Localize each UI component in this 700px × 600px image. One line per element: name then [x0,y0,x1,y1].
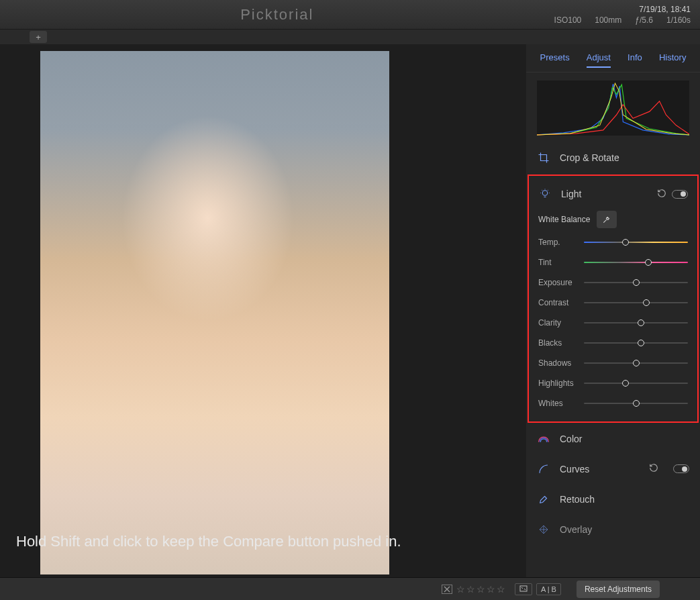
slider-thumb[interactable] [633,279,640,286]
svg-rect-1 [520,586,527,591]
slider-whites: Whites [538,393,688,413]
slider-track[interactable] [584,242,688,243]
section-toggle[interactable] [673,464,689,473]
star-icon[interactable]: ☆ [466,584,475,595]
grid-icon [537,524,550,535]
bottom-toolbar: ☆ ☆ ☆ ☆ ☆ A | B Reset Adjustments [0,577,700,600]
slider-label: Shadows [538,358,579,368]
star-icon[interactable]: ☆ [497,584,505,595]
reject-flag-button[interactable] [442,585,452,594]
reset-icon[interactable] [657,189,666,200]
curves-icon [537,464,550,474]
brush-icon [537,493,550,505]
svg-point-0 [542,191,548,196]
slider-thumb[interactable] [633,360,640,366]
lightbulb-icon [538,188,552,200]
section-label: Light [561,189,648,199]
section-label: Curves [560,464,640,474]
reset-icon[interactable] [649,463,658,474]
image-metadata: 7/19/18, 18:41 ISO100 100mm ƒ/5.6 1/160s [554,5,700,25]
tab-history[interactable]: History [659,52,686,68]
title-bar: Picktorial 7/19/18, 18:41 ISO100 100mm ƒ… [0,0,700,30]
slider-thumb[interactable] [622,239,629,246]
white-balance-eyedropper[interactable] [597,211,617,228]
section-toggle[interactable] [672,190,688,199]
slider-tint: Tint [538,252,688,272]
rating-stars[interactable]: ☆ ☆ ☆ ☆ ☆ [456,584,505,595]
slider-thumb[interactable] [633,400,640,407]
section-light-header[interactable]: Light [538,184,688,204]
slider-label: Highlights [538,379,579,388]
slider-highlights: Highlights [538,373,688,393]
section-crop-rotate[interactable]: Crop & Rotate [526,142,700,173]
slider-track[interactable] [584,262,688,263]
slider-label: Whites [538,399,579,408]
compare-ab-button[interactable]: A | B [536,583,561,595]
slider-track[interactable] [584,282,688,283]
preview-image[interactable] [40,51,389,574]
section-label: Overlay [560,524,592,535]
sidebar-tabs: Presets Adjust Info History [526,44,700,72]
slider-track[interactable] [584,342,688,344]
slider-blacks: Blacks [538,333,688,353]
rainbow-icon [537,434,550,444]
slider-thumb[interactable] [638,319,644,326]
slider-label: Tint [538,258,579,267]
meta-datetime: 7/19/18, 18:41 [639,5,691,14]
slider-track[interactable] [584,362,688,364]
document-tab-strip: + [0,30,700,44]
tab-info[interactable]: Info [628,52,642,68]
slider-thumb[interactable] [643,299,650,306]
slider-thumb[interactable] [645,259,652,266]
slider-label: Blacks [538,338,579,348]
slider-shadows: Shadows [538,353,688,373]
hint-tooltip: Hold Shift and click to keep the Compare… [16,533,401,550]
fit-screen-button[interactable] [515,583,532,595]
section-label: Retouch [560,494,595,505]
star-icon[interactable]: ☆ [477,584,485,595]
slider-exposure: Exposure [538,272,688,293]
section-overlay[interactable]: Overlay [526,515,700,544]
slider-label: Temp. [538,238,579,247]
slider-track[interactable] [584,403,688,404]
tab-adjust[interactable]: Adjust [587,52,611,68]
adjust-sidebar: Presets Adjust Info History Crop & Rotat… [526,44,700,577]
section-color[interactable]: Color [526,424,700,454]
star-icon[interactable]: ☆ [487,584,495,595]
plus-icon: + [36,32,41,42]
meta-aperture: ƒ/5.6 [635,15,653,25]
section-retouch[interactable]: Retouch [526,484,700,515]
add-tab-button[interactable]: + [30,31,47,43]
slider-thumb[interactable] [622,380,629,387]
canvas-area: Hold Shift and click to keep the Compare… [0,44,526,577]
white-balance-label: White Balance [538,215,590,224]
meta-shutter: 1/160s [666,15,691,25]
star-icon[interactable]: ☆ [456,584,465,595]
slider-label: Clarity [538,318,579,328]
section-label: Color [560,434,582,444]
section-light: Light White Balance Temp.TintExposureCon… [528,174,699,423]
slider-track[interactable] [584,322,688,323]
meta-focal: 100mm [595,15,621,25]
slider-contrast: Contrast [538,293,688,313]
app-title: Picktorial [0,6,554,23]
reset-adjustments-button[interactable]: Reset Adjustments [577,581,660,598]
slider-thumb[interactable] [638,340,644,346]
meta-iso: ISO100 [554,15,582,25]
section-curves[interactable]: Curves [526,454,700,484]
slider-clarity: Clarity [538,313,688,333]
slider-temp: Temp. [538,232,688,252]
slider-label: Contrast [538,298,579,307]
slider-track[interactable] [584,383,688,384]
slider-track[interactable] [584,302,688,303]
crop-icon [537,152,550,164]
histogram[interactable] [537,81,689,136]
tab-presets[interactable]: Presets [540,52,570,68]
section-label: Crop & Rotate [560,152,619,163]
slider-label: Exposure [538,278,579,287]
